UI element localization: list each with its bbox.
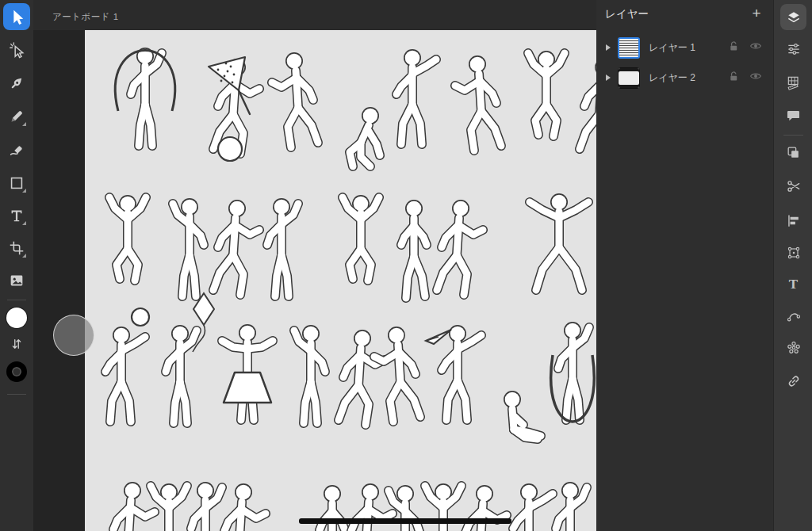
link-button[interactable]	[780, 368, 806, 394]
type-settings-button[interactable]: T	[780, 271, 806, 297]
comment-bubble-icon	[786, 108, 801, 123]
repeat-button[interactable]	[780, 334, 806, 361]
layer-row-2[interactable]: レイヤー 2	[596, 63, 773, 92]
visibility-eye-icon[interactable]	[749, 70, 762, 86]
tool-bar	[0, 0, 33, 531]
link-icon	[786, 373, 802, 389]
align-left-icon	[786, 213, 801, 228]
strip-divider	[783, 135, 803, 136]
submenu-indicator	[22, 189, 26, 193]
align-button[interactable]	[780, 208, 806, 234]
layers-panel: レイヤー + レイヤー 1 レイヤー 2	[596, 0, 773, 531]
serif-T-icon: T	[789, 277, 798, 292]
repeat-flower-icon	[786, 340, 802, 356]
image-icon	[8, 272, 25, 289]
submenu-indicator	[22, 122, 26, 126]
panel-switch-strip: T	[773, 0, 812, 531]
curve-path-icon	[786, 308, 802, 324]
add-layer-button[interactable]: +	[747, 4, 766, 23]
pencil-tool-button[interactable]	[3, 103, 30, 130]
swap-fill-stroke-button[interactable]	[7, 336, 26, 352]
layer-name[interactable]: レイヤー 1	[649, 41, 728, 55]
path-edit-button[interactable]	[780, 303, 806, 329]
layers-icon	[786, 10, 802, 25]
disclosure-triangle-icon[interactable]	[606, 44, 611, 51]
comment-button[interactable]	[780, 102, 806, 128]
layer-name[interactable]: レイヤー 2	[649, 71, 728, 85]
layer-2-thumbnail[interactable]	[618, 67, 640, 89]
artboard-label: アートボード 1	[52, 11, 119, 23]
transform-button[interactable]	[780, 239, 806, 266]
selection-tool-button[interactable]	[3, 3, 30, 30]
rectangle-tool-button[interactable]	[3, 170, 30, 197]
direct-selection-icon	[8, 41, 25, 59]
layer-row-1[interactable]: レイヤー 1	[596, 33, 773, 62]
scissors-icon	[786, 178, 802, 194]
fill-color-swatch[interactable]	[6, 308, 27, 328]
combine-shapes-button[interactable]	[780, 139, 806, 166]
visibility-eye-icon[interactable]	[749, 40, 762, 55]
grid-ruler-icon	[786, 74, 802, 90]
place-image-tool-button[interactable]	[3, 267, 30, 294]
stroke-color-swatch[interactable]	[6, 361, 27, 382]
layers-panel-button[interactable]	[780, 4, 806, 30]
eraser-tool-button[interactable]	[3, 136, 30, 163]
direct-selection-tool-button[interactable]	[3, 36, 30, 63]
touch-shortcut-control[interactable]	[53, 315, 94, 356]
sliders-icon	[786, 41, 802, 57]
eraser-icon	[8, 141, 25, 159]
type-tool-button[interactable]	[3, 202, 30, 229]
pen-tool-button[interactable]	[3, 70, 30, 97]
pen-icon	[8, 74, 25, 92]
crop-artboard-tool-button[interactable]	[3, 235, 30, 262]
properties-panel-button[interactable]	[780, 36, 806, 62]
artwork-canvas[interactable]	[85, 30, 596, 531]
combine-shapes-icon	[786, 145, 801, 160]
unlock-icon[interactable]	[728, 71, 740, 86]
layers-panel-title: レイヤー	[605, 7, 649, 21]
unlock-icon[interactable]	[728, 40, 740, 55]
layers-panel-header: レイヤー +	[596, 0, 773, 27]
disclosure-triangle-icon[interactable]	[606, 74, 611, 81]
swap-arrows-icon	[10, 337, 24, 351]
toolbar-divider	[7, 300, 26, 300]
artboard[interactable]	[85, 30, 596, 531]
cut-path-button[interactable]	[780, 173, 806, 199]
toolbar-divider	[7, 394, 26, 395]
submenu-indicator	[22, 254, 26, 258]
grid-ruler-button[interactable]	[780, 69, 806, 95]
submenu-indicator	[22, 221, 26, 225]
layer-1-thumbnail[interactable]	[618, 37, 640, 59]
transform-icon	[786, 245, 802, 261]
selection-arrow-icon	[8, 8, 25, 25]
